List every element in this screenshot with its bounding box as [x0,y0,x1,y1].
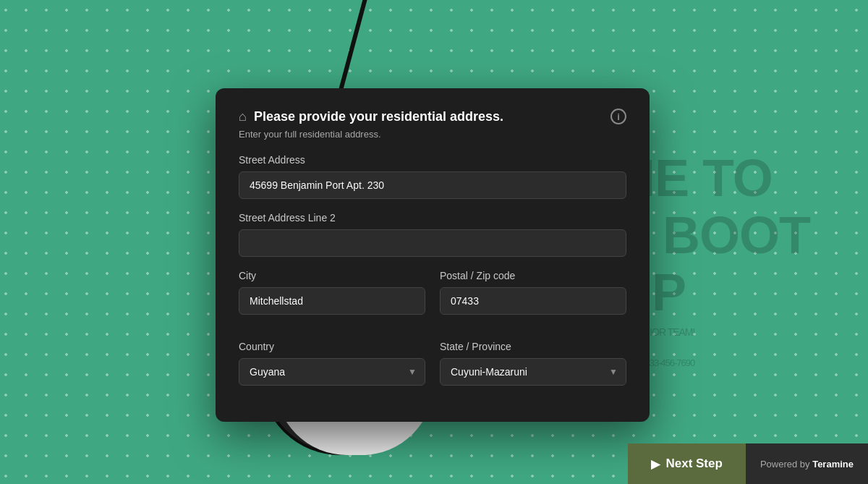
country-field: Country Guyana United States Canada Unit… [239,341,425,386]
brand-name: Teramine [812,459,854,470]
street-address-input[interactable] [239,171,626,199]
street-address-line2-label: Street Address Line 2 [239,212,626,224]
next-step-button[interactable]: ▶ Next Step [628,443,745,484]
powered-by-badge: Powered by Teramine [746,443,868,484]
city-postal-row: City Postal / Zip code [239,270,626,328]
city-input[interactable] [239,287,425,315]
state-field: State / Province Cuyuni-Mazaruni Demerar… [440,341,626,386]
home-icon: ⌂ [239,109,247,124]
address-modal: ⌂ Please provide your residential addres… [216,88,650,422]
postal-label: Postal / Zip code [440,270,626,281]
modal-title-row: ⌂ Please provide your residential addres… [239,109,503,124]
country-select-wrapper: Guyana United States Canada United Kingd… [239,358,425,386]
country-state-row: Country Guyana United States Canada Unit… [239,341,626,386]
bottom-bar: ▶ Next Step Powered by Teramine [628,443,868,484]
country-label: Country [239,341,425,352]
postal-input[interactable] [440,287,626,315]
postal-field: Postal / Zip code [440,270,626,328]
state-select-wrapper: Cuyuni-Mazaruni Demerara-Mahaica East Be… [440,358,626,386]
state-label: State / Province [440,341,626,352]
city-label: City [239,270,425,281]
powered-by-text: Powered by [760,459,810,470]
city-field: City [239,270,425,328]
next-step-label: Next Step [665,457,722,471]
country-select[interactable]: Guyana United States Canada United Kingd… [239,358,425,386]
modal-title: Please provide your residential address. [254,109,503,124]
street-address-line2-input[interactable] [239,229,626,257]
state-select[interactable]: Cuyuni-Mazaruni Demerara-Mahaica East Be… [440,358,626,386]
modal-header: ⌂ Please provide your residential addres… [239,109,626,124]
next-step-arrow-icon: ▶ [651,457,660,471]
modal-subtitle: Enter your full residential address. [239,129,626,140]
street-address-label: Street Address [239,154,626,166]
info-icon[interactable]: i [610,109,626,124]
